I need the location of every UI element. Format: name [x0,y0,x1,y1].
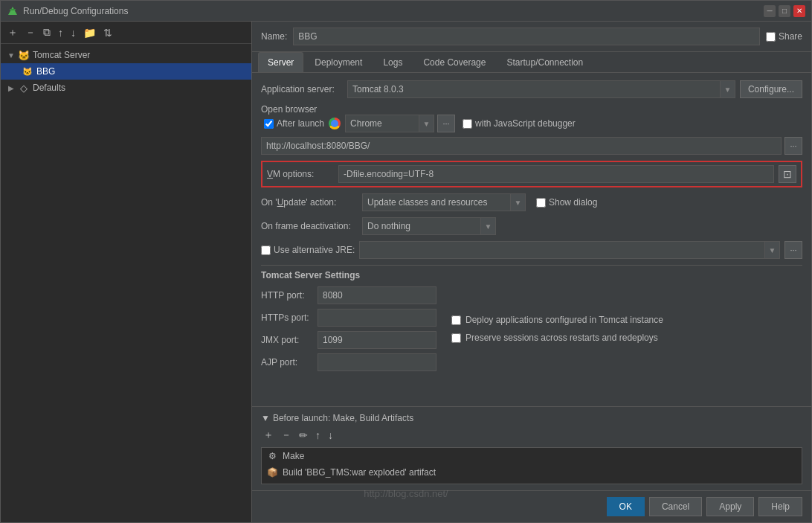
url-input[interactable] [261,137,782,155]
share-checkbox[interactable] [766,32,776,42]
server-settings-label: Tomcat Server Settings [261,270,802,280]
https-port-input[interactable] [318,309,436,327]
on-frame-arrow[interactable]: ▼ [480,218,495,234]
window-icon [7,5,19,17]
share-area: Share [766,31,802,42]
tree-item-bbg[interactable]: 🐱 BBG [1,63,251,80]
tree-arrow-defaults: ▶ [7,83,16,92]
tree-item-tomcat[interactable]: ▼ 🐱 Tomcat Server [1,47,251,63]
browser-select[interactable]: Chrome ▼ [345,115,434,132]
use-alt-jre-checkbox[interactable] [261,246,271,255]
launch-item-artifact[interactable]: 📦 Build 'BBG_TMS:war exploded' artifact [262,464,802,481]
on-frame-select[interactable]: Do nothing ▼ [362,217,496,235]
launch-item-make[interactable]: ⚙ Make [262,448,802,464]
vm-options-expand-button[interactable]: ⊡ [779,165,796,183]
browser-name: Chrome [346,118,419,129]
show-dialog-checkbox[interactable] [536,198,546,208]
move-down-button[interactable]: ↓ [68,26,78,39]
vm-options-input[interactable] [338,165,774,183]
vm-options-row: VM options: ⊡ [261,161,802,187]
app-server-select[interactable]: Tomcat 8.0.3 ▼ [347,80,735,98]
show-dialog-label: Show dialog [536,197,597,208]
tab-deployment[interactable]: Deployment [305,52,372,72]
deploy-apps-checkbox[interactable] [451,315,461,325]
browser-selector: Chrome ▼ ··· [329,115,455,132]
artifact-icon: 📦 [266,466,278,478]
use-alt-jre-text: Use alternative JRE: [274,245,355,255]
minimize-button[interactable]: ─ [764,5,776,17]
deploy-apps-label: Deploy applications configured in Tomcat… [465,315,663,325]
js-debugger-label: with JavaScript debugger [463,118,576,129]
launch-remove-button[interactable]: － [279,428,294,443]
jre-options-button[interactable]: ··· [784,241,802,259]
url-options-button[interactable]: ··· [784,137,802,155]
sort-button[interactable]: ⇅ [101,26,115,39]
preserve-sessions-checkbox[interactable] [451,333,461,343]
on-update-label: On 'Update' action: [261,197,358,208]
app-server-row: Application server: Tomcat 8.0.3 ▼ Confi… [261,80,802,98]
tab-logs[interactable]: Logs [373,52,412,72]
folder-button[interactable]: 📁 [81,26,98,39]
browser-dropdown-arrow[interactable]: ▼ [419,115,434,132]
name-input[interactable] [293,28,760,45]
tab-startup-connection[interactable]: Startup/Connection [497,52,593,72]
ok-button[interactable]: OK [607,497,645,516]
copy-button[interactable]: ⧉ [41,25,53,39]
move-up-button[interactable]: ↑ [56,26,65,39]
on-update-select[interactable]: Update classes and resources ▼ [362,193,526,211]
jre-select[interactable]: ▼ [359,241,780,259]
app-server-label: Application server: [261,84,343,94]
launch-up-button[interactable]: ↑ [313,428,323,443]
jmx-port-input[interactable] [318,331,436,349]
remove-button[interactable]: － [23,25,38,40]
settings-grid: HTTP port: HTTPs port: JMX port: AJ [261,286,802,371]
apply-button[interactable]: Apply [706,497,754,516]
browser-options-button[interactable]: ··· [437,115,455,132]
on-frame-value: Do nothing [363,221,480,231]
launch-edit-button[interactable]: ✏ [297,428,310,443]
before-launch-header[interactable]: ▼ Before launch: Make, Build Artifacts [261,413,802,423]
launch-down-button[interactable]: ↓ [326,428,335,443]
https-port-label: HTTPs port: [261,312,313,323]
config-tree: ▼ 🐱 Tomcat Server 🐱 BBG ▶ ◇ Defaults [1,44,251,522]
help-button[interactable]: Help [758,497,802,516]
cancel-button[interactable]: Cancel [649,497,702,516]
jre-arrow[interactable]: ▼ [764,242,779,258]
chrome-icon [329,118,341,129]
form-area: Application server: Tomcat 8.0.3 ▼ Confi… [252,73,811,406]
tab-server[interactable]: Server [258,52,303,72]
close-button[interactable]: ✕ [793,5,805,17]
tree-label-tomcat: Tomcat Server [33,50,90,60]
launch-add-button[interactable]: ＋ [261,428,276,443]
maximize-button[interactable]: □ [779,5,790,17]
ajp-port-input[interactable] [318,353,436,371]
ajp-port-label: AJP port: [261,357,313,368]
window-title: Run/Debug Configurations [23,6,764,16]
share-label: Share [779,31,802,42]
before-launch-section: ▼ Before launch: Make, Build Artifacts ＋… [252,406,811,490]
add-button[interactable]: ＋ [5,25,20,40]
tree-label-bbg: BBG [36,66,55,77]
svg-marker-0 [8,7,17,15]
vm-options-label: VM options: [267,169,334,179]
before-launch-arrow: ▼ [261,413,270,423]
tree-item-defaults[interactable]: ▶ ◇ Defaults [1,80,251,96]
tab-code-coverage[interactable]: Code Coverage [413,52,495,72]
main-content: ＋ － ⧉ ↑ ↓ 📁 ⇅ ▼ 🐱 Tomcat Server 🐱 [1,22,811,522]
on-frame-label: On frame deactivation: [261,221,358,231]
after-launch-checkbox[interactable] [264,119,274,129]
browser-row: After launch Chrome ▼ ··· [261,115,802,132]
configure-button[interactable]: Configure... [740,80,802,98]
ports-column: HTTP port: HTTPs port: JMX port: AJ [261,286,436,371]
http-port-label: HTTP port: [261,290,313,301]
before-launch-toolbar: ＋ － ✏ ↑ ↓ [261,428,802,443]
footer: OK Cancel Apply Help [252,490,811,522]
jmx-port-row: JMX port: [261,331,436,349]
name-bar: Name: Share [252,22,811,52]
ajp-port-row: AJP port: [261,353,436,371]
https-port-row: HTTPs port: [261,309,436,327]
http-port-input[interactable] [318,286,436,304]
app-server-dropdown-arrow[interactable]: ▼ [720,81,735,97]
js-debugger-checkbox[interactable] [463,119,472,129]
on-update-arrow[interactable]: ▼ [510,194,525,211]
